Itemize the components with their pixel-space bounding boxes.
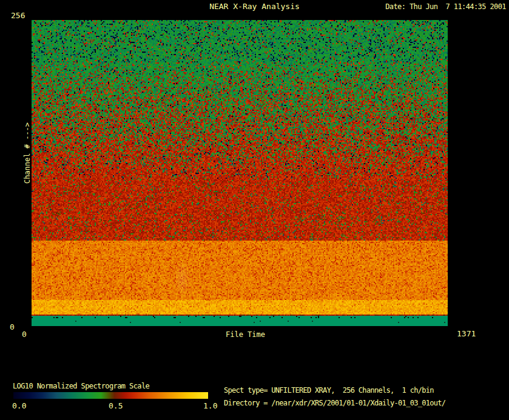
x-axis-title: File Time (226, 331, 265, 339)
colorbar-gradient (13, 392, 208, 399)
directory-line: Directory = /near/xdr/XRS/2001/01-01/Xda… (224, 399, 445, 407)
y-axis-max-label: 256 (11, 12, 25, 19)
spectrogram-canvas (32, 20, 448, 326)
y-axis-min-label: 0 (10, 323, 15, 331)
colorbar-tick-mid: 0.5 (109, 402, 123, 410)
y-axis-title: Channel # ---> (24, 113, 32, 193)
date-label: Date: Thu Jun 7 11:44:35 2001 (385, 3, 506, 11)
colorbar-title: LOG10 Normalized Spectrogram Scale (13, 382, 149, 390)
x-axis-min-label: 0 (22, 330, 27, 338)
x-axis-max-label: 1371 (457, 330, 476, 338)
colorbar-tick-min: 0.0 (12, 402, 26, 410)
app-window: NEAR X-Ray Analysis Date: Thu Jun 7 11:4… (0, 0, 509, 420)
colorbar-tick-max: 1.0 (203, 402, 217, 410)
spect-type-line: Spect type= UNFILTERED XRAY, 256 Channel… (224, 387, 434, 395)
